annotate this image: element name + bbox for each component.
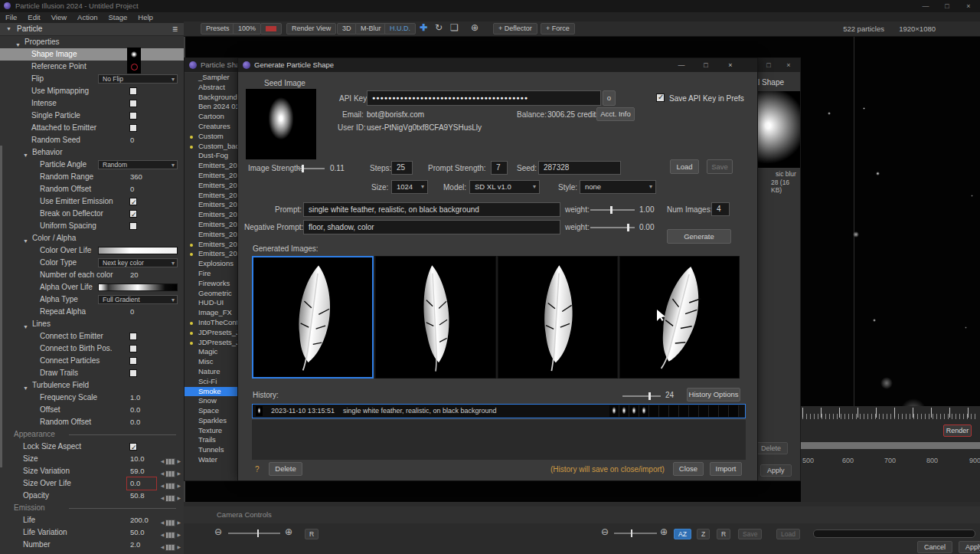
history-mini-feather[interactable] (619, 405, 629, 417)
category-tunnels[interactable]: Tunnels (185, 445, 238, 455)
graph-icon[interactable] (165, 458, 175, 465)
color-gradient-swatch[interactable] (98, 247, 178, 254)
prop-value[interactable]: 0.0 (130, 404, 140, 416)
category-texture[interactable]: Texture (185, 426, 238, 436)
panel-scrollbar[interactable] (0, 146, 2, 467)
history-mini-empty[interactable] (709, 405, 719, 417)
category-explosions[interactable]: Explosions (185, 259, 238, 269)
category-fire[interactable]: Fire (185, 269, 238, 279)
history-mini-feather[interactable] (629, 405, 639, 417)
category-intothecontin[interactable]: IntoTheContin (185, 318, 238, 328)
load-button[interactable]: Load (670, 159, 699, 174)
close-icon[interactable]: × (960, 1, 977, 11)
history-mini-empty[interactable] (729, 405, 739, 417)
import-button[interactable]: Import (710, 462, 742, 476)
prop-value[interactable]: 0 (130, 183, 134, 195)
negative-weight-slider[interactable] (590, 227, 635, 228)
prop-checkbox-intense[interactable] (129, 100, 137, 107)
close-button[interactable]: Close (673, 462, 704, 476)
layers-icon[interactable]: ❏ (450, 22, 459, 33)
zoom-level-button[interactable]: 100% (233, 23, 261, 34)
maximize-icon[interactable]: □ (697, 60, 714, 70)
slider-handle[interactable] (648, 392, 651, 400)
seed-image-thumbnail[interactable] (246, 89, 316, 159)
prop-dropdown-particle-angle[interactable]: Random▾ (98, 160, 178, 169)
prop-checkbox-connect-to-birth-pos[interactable] (129, 345, 137, 352)
prompt-weight-slider[interactable] (590, 209, 635, 211)
history-mini-empty[interactable] (649, 405, 659, 417)
size-dropdown[interactable]: 1024▾ (391, 180, 428, 194)
category-emitters-2022[interactable]: Emitters_2022 (185, 200, 238, 210)
category-custom[interactable]: Custom (185, 132, 238, 142)
category-emitters-2020[interactable]: Emitters_2020 (185, 161, 238, 171)
prop-value[interactable]: 50.8 (130, 490, 145, 502)
panel-header-particle[interactable]: ▼ Particle ≡ (0, 23, 184, 36)
slider-handle[interactable] (627, 224, 629, 231)
menu-stage[interactable]: Stage (103, 12, 133, 23)
motion-blur-button[interactable]: M-Blur (355, 23, 387, 34)
prop-checkbox-lock-size-aspect[interactable] (129, 443, 137, 451)
category-trails[interactable]: Trails (185, 435, 238, 445)
camera-zoom-slider[interactable] (228, 533, 280, 534)
maximize-icon[interactable]: □ (939, 1, 956, 11)
prompt-input[interactable]: single white feather, realistic, on blac… (303, 202, 560, 217)
prop-value[interactable]: 0.0 (127, 477, 156, 490)
prop-dropdown-flip[interactable]: No Flip▾ (98, 74, 178, 84)
prop-dropdown-alpha-type[interactable]: Full Gradient▾ (98, 295, 178, 304)
prop-checkbox-single-particle[interactable] (129, 112, 137, 120)
close-icon[interactable]: × (722, 60, 739, 70)
category-creatures[interactable]: Creatures (185, 122, 238, 132)
sphere-icon[interactable]: ⊕ (471, 22, 479, 33)
prop-value[interactable]: 200.0 (130, 514, 149, 526)
category-emitters-2020[interactable]: Emitters_2020 (185, 171, 238, 181)
alpha-gradient-swatch[interactable] (98, 284, 178, 291)
timeline-scrollbar[interactable] (801, 442, 980, 449)
menu-help[interactable]: Help (132, 12, 158, 23)
slider-handle[interactable] (302, 165, 304, 172)
menu-action[interactable]: Action (72, 12, 103, 23)
model-dropdown[interactable]: SD XL v1.0▾ (469, 180, 540, 194)
category-emitters-2023[interactable]: Emitters_2023 (185, 249, 238, 259)
step-right-icon[interactable]: ▶ (177, 541, 181, 553)
prop-checkbox-break-on-deflector[interactable] (129, 210, 137, 218)
camera-zoom-out-icon[interactable]: ⊖ (214, 526, 222, 537)
graph-icon[interactable] (165, 495, 175, 502)
graph-icon[interactable] (165, 532, 175, 539)
category-nature[interactable]: Nature (185, 367, 238, 377)
category-emitters-2023[interactable]: Emitters_2023 (185, 220, 238, 230)
prop-value[interactable]: 50.0 (130, 526, 145, 539)
category-sampler[interactable]: _Sampler (185, 73, 238, 83)
num-images-input[interactable]: 4 (711, 202, 730, 216)
category-emitters-2022[interactable]: Emitters_2022 (185, 210, 238, 220)
rotate-tool-icon[interactable]: ↻ (435, 22, 443, 33)
category-cartoon[interactable]: Cartoon (185, 112, 238, 122)
maximize-icon[interactable]: □ (760, 60, 777, 70)
history-mini-empty[interactable] (679, 405, 689, 417)
category-jdpresets-jun[interactable]: JDPresets_Jun (185, 338, 238, 348)
history-row[interactable]: 2023-11-10 13:15:51 single white feather… (252, 404, 746, 418)
prop-value[interactable]: 59.0 (130, 465, 145, 477)
category-sci-fi[interactable]: Sci-Fi (185, 377, 238, 387)
view-zoom-slider[interactable] (614, 533, 657, 534)
seed-input[interactable]: 287328 (538, 161, 621, 175)
category-water[interactable]: Water (185, 455, 238, 465)
save-button[interactable]: Save (738, 529, 762, 539)
minimize-icon[interactable]: — (917, 1, 934, 11)
history-mini-empty[interactable] (699, 405, 709, 417)
category-magic[interactable]: Magic (185, 347, 238, 357)
reference-point-thumbnail[interactable] (127, 60, 141, 74)
shape-delete-button[interactable]: Delete (754, 442, 788, 454)
history-mini-empty[interactable] (669, 405, 679, 417)
close-icon[interactable]: × (780, 60, 797, 70)
az-button[interactable]: AZ (674, 529, 691, 539)
graph-icon[interactable] (165, 470, 175, 477)
prop-value[interactable]: 0 (130, 134, 134, 146)
generated-image-3[interactable] (498, 256, 618, 379)
category-emitters-2021[interactable]: Emitters_2021 (185, 191, 238, 201)
category-image-fx[interactable]: Image_FX (185, 308, 238, 318)
3d-button[interactable]: 3D (337, 23, 357, 34)
history-mini-empty[interactable] (659, 405, 669, 417)
collapse-arrow-icon[interactable]: ▼ (6, 26, 11, 31)
category-hud-ui[interactable]: HUD-UI (185, 298, 238, 308)
history-options-button[interactable]: History Options (687, 388, 740, 402)
